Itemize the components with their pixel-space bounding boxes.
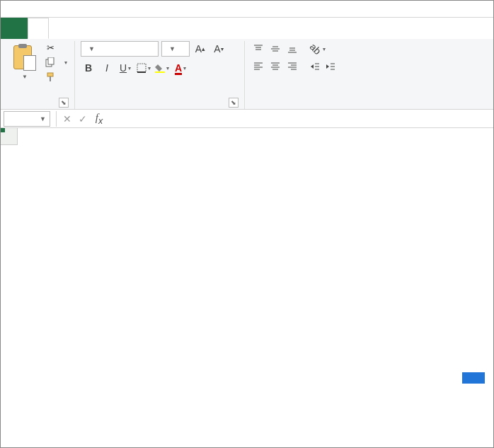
svg-rect-3 [50,76,51,81]
title-bar [1,1,493,18]
tab-file[interactable] [1,18,28,39]
align-right-button[interactable] [285,58,300,74]
paste-icon [13,44,36,71]
copy-button[interactable]: ▾ [43,56,69,69]
chevron-down-icon: ▼ [88,45,95,52]
increase-indent-button[interactable] [323,59,338,74]
copy-icon [45,57,56,68]
cancel-formula-button[interactable]: ✕ [59,111,75,127]
align-bottom-button[interactable] [285,41,300,57]
font-size-combo[interactable]: ▼ [161,41,190,57]
italic-button[interactable]: I [99,60,115,76]
bold-button[interactable]: B [81,60,96,76]
ribbon-tabs [1,18,493,39]
chevron-down-icon: ▼ [169,45,176,52]
name-box[interactable]: ▼ [4,111,50,127]
font-name-combo[interactable]: ▼ [81,41,159,57]
chevron-down-icon: ▼ [22,74,28,80]
svg-rect-6 [155,71,165,73]
formula-bar: ▼ ✕ ✓ fx [1,110,493,128]
group-clipboard: ▼ ✂ ▾ ⬊ [5,41,75,109]
svg-rect-1 [48,57,54,64]
font-launcher[interactable]: ⬊ [229,98,239,108]
align-top-button[interactable] [251,41,266,57]
align-center-button[interactable] [268,58,283,74]
tab-pagelayout[interactable] [70,18,91,39]
svg-rect-4 [137,64,146,72]
group-alignment: ab▾ [245,41,351,109]
align-left-button[interactable] [251,58,266,74]
scissors-icon: ✂ [45,42,56,53]
fill-color-button[interactable]: ▾ [154,60,170,76]
watermark [462,372,485,384]
paste-button[interactable]: ▼ [11,41,39,83]
border-button[interactable]: ▾ [136,60,151,76]
paintbrush-icon [45,71,56,83]
tab-insert[interactable] [49,18,70,39]
formula-input[interactable] [108,111,493,127]
fx-icon[interactable]: fx [91,112,108,126]
svg-rect-2 [47,73,53,76]
clipboard-launcher[interactable]: ⬊ [59,98,69,108]
orientation-button[interactable]: ab▾ [307,41,328,57]
decrease-indent-button[interactable] [307,59,323,74]
chevron-down-icon: ▼ [40,115,46,122]
underline-button[interactable]: U▾ [117,60,133,76]
format-painter-button[interactable] [43,71,69,84]
tab-review[interactable] [134,18,155,39]
cut-button[interactable]: ✂ [43,41,69,54]
tab-formulas[interactable] [91,18,113,39]
align-middle-button[interactable] [268,41,283,57]
increase-font-button[interactable]: A▴ [193,41,208,57]
font-color-button[interactable]: A▾ [173,60,188,76]
select-all-corner[interactable] [1,128,18,145]
ribbon: ▼ ✂ ▾ ⬊ ▼ ▼ A▴ A▾ B I U▾ ▾ ▾ A▾ [1,39,493,110]
tab-data[interactable] [113,18,134,39]
worksheet [1,128,493,145]
tab-home[interactable] [28,18,49,39]
group-font: ▼ ▼ A▴ A▾ B I U▾ ▾ ▾ A▾ ⬊ [75,41,245,109]
enter-formula-button[interactable]: ✓ [75,111,91,127]
decrease-font-button[interactable]: A▾ [211,41,226,57]
